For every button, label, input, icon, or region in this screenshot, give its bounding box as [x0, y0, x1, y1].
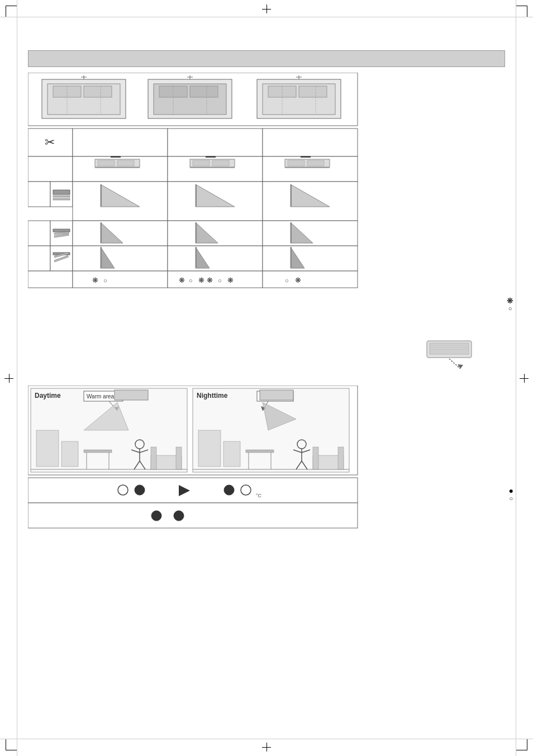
svg-rect-85 [168, 246, 263, 271]
svg-rect-73 [196, 222, 197, 243]
crosshair-top [262, 4, 271, 13]
header-bar [28, 50, 505, 67]
svg-rect-120 [36, 430, 59, 467]
corner-mark-tr [516, 6, 527, 17]
svg-rect-92 [73, 271, 168, 288]
svg-text:❋: ❋ [207, 276, 213, 284]
svg-text:○: ○ [218, 277, 222, 284]
svg-rect-12 [190, 86, 218, 97]
svg-point-161 [135, 485, 145, 495]
svg-rect-46 [307, 160, 324, 166]
svg-line-110 [449, 359, 460, 369]
svg-rect-143 [198, 430, 221, 467]
svg-rect-158 [260, 390, 293, 400]
svg-rect-63 [28, 221, 50, 246]
margin-line-left [17, 0, 17, 756]
svg-rect-106 [430, 343, 469, 354]
svg-rect-133 [176, 447, 182, 469]
svg-text:Nighttime: Nighttime [197, 392, 228, 400]
svg-rect-102 [263, 271, 358, 288]
svg-rect-88 [263, 246, 358, 271]
svg-rect-28 [168, 129, 263, 156]
crosshair-bottom [262, 743, 271, 752]
side-note-top: ❋ ○ [507, 296, 513, 312]
svg-rect-144 [223, 441, 240, 467]
margin-line-top [0, 17, 533, 17]
svg-rect-20 [299, 86, 327, 97]
svg-rect-62 [291, 184, 292, 207]
svg-rect-166 [28, 503, 358, 528]
ac-unit-drawing [421, 330, 488, 376]
svg-text:▬▬: ▬▬ [206, 153, 216, 159]
corner-mark-bl [6, 739, 17, 750]
svg-rect-34 [117, 160, 134, 166]
svg-rect-52 [53, 196, 70, 197]
svg-rect-76 [291, 222, 292, 243]
svg-rect-77 [28, 246, 50, 271]
bottom-svg: Daytime Warm area Nig [28, 386, 441, 531]
side-note-bottom: ● ○ [509, 486, 513, 502]
crosshair-left [4, 374, 13, 383]
svg-text:Daytime: Daytime [35, 392, 61, 400]
crosshair-right [520, 374, 529, 383]
svg-point-163 [224, 485, 234, 495]
svg-rect-53 [53, 198, 70, 200]
svg-rect-70 [101, 222, 102, 243]
svg-rect-40 [212, 160, 229, 166]
svg-point-167 [151, 511, 161, 521]
svg-rect-49 [28, 182, 50, 207]
svg-text:❋: ❋ [295, 276, 301, 284]
svg-rect-135 [115, 390, 148, 400]
svg-rect-122 [84, 450, 112, 453]
svg-rect-59 [196, 184, 197, 207]
svg-rect-145 [246, 450, 274, 453]
svg-text:❋: ❋ [227, 276, 234, 284]
svg-rect-4 [84, 86, 112, 97]
svg-rect-33 [98, 160, 115, 166]
corner-mark-tl [6, 6, 17, 17]
corner-mark-br [516, 739, 527, 750]
svg-rect-91 [28, 271, 73, 288]
svg-text:○: ○ [189, 277, 193, 284]
svg-text:○: ○ [285, 277, 289, 284]
svg-text:❋: ❋ [179, 276, 185, 284]
svg-rect-56 [101, 184, 102, 207]
svg-point-168 [174, 511, 184, 521]
svg-rect-121 [61, 441, 78, 467]
svg-rect-155 [313, 447, 318, 469]
svg-rect-27 [73, 129, 168, 156]
svg-rect-132 [151, 447, 156, 469]
svg-text:❋: ❋ [92, 276, 98, 284]
ac-perspective-svg [421, 330, 488, 374]
svg-rect-65 [53, 229, 70, 232]
svg-rect-45 [288, 160, 304, 166]
main-svg: ✂ ▬▬ ▬▬ ▬▬ [28, 73, 441, 380]
svg-text:✂: ✂ [45, 135, 55, 149]
svg-rect-87 [196, 247, 197, 268]
margin-line-right [516, 0, 516, 756]
bottom-diagram-section: Daytime Warm area Nig [28, 386, 441, 532]
svg-rect-156 [338, 447, 344, 469]
svg-rect-39 [193, 160, 210, 166]
svg-rect-51 [53, 190, 70, 194]
svg-rect-82 [73, 246, 168, 271]
svg-rect-159 [28, 478, 358, 503]
svg-text:▬▬: ▬▬ [111, 153, 121, 159]
svg-text:❋: ❋ [198, 276, 204, 284]
svg-text:°C: °C [256, 493, 262, 498]
svg-rect-90 [291, 247, 292, 268]
main-diagram-section: ✂ ▬▬ ▬▬ ▬▬ [28, 73, 441, 382]
svg-text:▬▬: ▬▬ [301, 153, 311, 159]
svg-rect-30 [28, 156, 73, 182]
svg-text:Warm area: Warm area [87, 393, 115, 400]
svg-rect-29 [263, 129, 358, 156]
svg-text:○: ○ [103, 277, 107, 284]
margin-line-bottom [0, 739, 533, 739]
svg-rect-84 [101, 247, 102, 268]
